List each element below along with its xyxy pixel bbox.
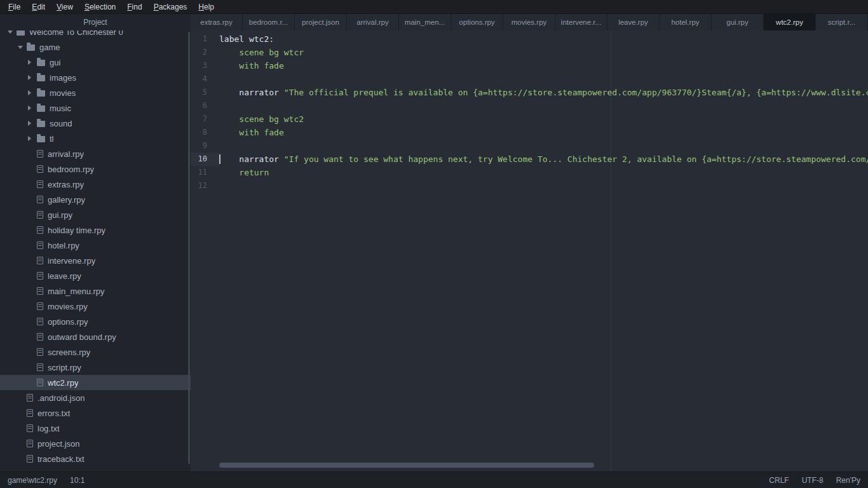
tree-item-images[interactable]: images bbox=[0, 70, 191, 85]
file-tree: Welcome To Chichester 0gameguiimagesmovi… bbox=[0, 30, 191, 471]
tree-item-bedroom-rpy[interactable]: bedroom.rpy bbox=[0, 161, 191, 177]
menu-selection[interactable]: Selection bbox=[79, 1, 121, 13]
folder-icon bbox=[17, 30, 25, 36]
status-cursor-position[interactable]: 10:1 bbox=[70, 476, 85, 485]
tree-item-screens-rpy[interactable]: screens.rpy bbox=[0, 344, 191, 360]
status-encoding[interactable]: UTF-8 bbox=[802, 476, 824, 485]
tree-item-holiday-time-rpy[interactable]: holiday time.rpy bbox=[0, 222, 191, 238]
tree-item-arrival-rpy[interactable]: arrival.rpy bbox=[0, 146, 191, 161]
tab-wtc2-rpy[interactable]: wtc2.rpy bbox=[764, 14, 816, 30]
tab-leave-rpy[interactable]: leave.rpy bbox=[607, 14, 660, 30]
tree-item-label: Welcome To Chichester 0 bbox=[29, 30, 123, 37]
tree-item-label: holiday time.rpy bbox=[48, 226, 105, 235]
code-line-6[interactable]: 6 bbox=[191, 99, 868, 112]
menu-file[interactable]: File bbox=[3, 1, 26, 13]
tree-item-errors-txt[interactable]: errors.txt bbox=[0, 405, 191, 421]
tree-item-wtc2-rpy[interactable]: wtc2.rpy bbox=[0, 375, 191, 390]
tab-extras-rpy[interactable]: extras.rpy bbox=[191, 14, 243, 30]
sidebar-scrollbar[interactable] bbox=[188, 32, 190, 464]
tab-movies-rpy[interactable]: movies.rpy bbox=[503, 14, 555, 30]
status-line-ending[interactable]: CRLF bbox=[769, 476, 789, 485]
file-icon bbox=[27, 455, 33, 463]
tab-intervene-r[interactable]: intervene.r... bbox=[555, 14, 607, 30]
menu-edit[interactable]: Edit bbox=[26, 1, 51, 13]
code-line-3[interactable]: 3 with fade bbox=[191, 59, 868, 72]
tree-item-log-txt[interactable]: log.txt bbox=[0, 421, 191, 436]
code-line-5[interactable]: 5 narrator "The official prequel is avai… bbox=[191, 86, 868, 99]
tree-item-android-json[interactable]: .android.json bbox=[0, 390, 191, 405]
file-icon bbox=[27, 424, 33, 432]
tree-item-outward-bound-rpy[interactable]: outward bound.rpy bbox=[0, 329, 191, 344]
horizontal-scrollbar[interactable] bbox=[219, 463, 594, 468]
tree-item-project-json[interactable]: project.json bbox=[0, 436, 191, 451]
menu-packages[interactable]: Packages bbox=[148, 1, 193, 13]
code-line-10[interactable]: 10 narrator "If you want to see what hap… bbox=[191, 152, 868, 166]
file-icon bbox=[37, 287, 43, 295]
code-line-7[interactable]: 7 scene bg wtc2 bbox=[191, 112, 868, 126]
code-line-1[interactable]: 1label wtc2: bbox=[191, 32, 868, 46]
tree-item-traceback-txt[interactable]: traceback.txt bbox=[0, 451, 191, 466]
file-icon bbox=[37, 150, 43, 158]
tree-item-label: errors.txt bbox=[37, 409, 70, 418]
tree-item-gui-rpy[interactable]: gui.rpy bbox=[0, 207, 191, 222]
tree-item-hotel-rpy[interactable]: hotel.rpy bbox=[0, 238, 191, 253]
tree-item-label: game bbox=[39, 43, 60, 52]
code-segment bbox=[219, 61, 239, 71]
tree-item-gui[interactable]: gui bbox=[0, 55, 191, 70]
file-icon bbox=[27, 409, 33, 417]
file-icon bbox=[37, 257, 43, 264]
tab-options-rpy[interactable]: options.rpy bbox=[451, 14, 503, 30]
line-number: 2 bbox=[191, 46, 219, 59]
tree-item-game[interactable]: game bbox=[0, 39, 191, 55]
tree-item-music[interactable]: music bbox=[0, 100, 191, 116]
line-number: 1 bbox=[191, 32, 219, 46]
file-icon bbox=[27, 394, 33, 402]
tab-hotel-rpy[interactable]: hotel.rpy bbox=[660, 14, 712, 30]
tree-item-leave-rpy[interactable]: leave.rpy bbox=[0, 268, 191, 283]
menu-find[interactable]: Find bbox=[121, 1, 147, 13]
file-icon bbox=[37, 318, 43, 325]
code-line-9[interactable]: 9 bbox=[191, 139, 868, 152]
tree-item-movies[interactable]: movies bbox=[0, 85, 191, 100]
tree-item-script-rpy[interactable]: script.rpy bbox=[0, 360, 191, 375]
tab-label: main_men... bbox=[402, 18, 447, 26]
code-line-8[interactable]: 8 with fade bbox=[191, 126, 868, 139]
tab-project-json[interactable]: project.json bbox=[295, 14, 347, 30]
line-number: 9 bbox=[191, 139, 219, 152]
chevron-right-icon bbox=[28, 121, 37, 126]
file-icon bbox=[37, 272, 43, 280]
code-line-12[interactable]: 12 bbox=[191, 179, 868, 193]
tree-item-label: main_menu.rpy bbox=[48, 287, 105, 296]
tree-item-gallery-rpy[interactable]: gallery.rpy bbox=[0, 192, 191, 207]
status-grammar[interactable]: Ren'Py bbox=[836, 476, 860, 485]
main-area: Project Welcome To Chichester 0gameguiim… bbox=[0, 14, 868, 471]
tab-gui-rpy[interactable]: gui.rpy bbox=[712, 14, 764, 30]
code-text: with fade bbox=[219, 59, 284, 72]
tab-bedroom-r[interactable]: bedroom.r... bbox=[243, 14, 295, 30]
tree-item-welcome-to-chichester-0[interactable]: Welcome To Chichester 0 bbox=[0, 30, 191, 39]
text-cursor bbox=[219, 154, 220, 164]
tab-arrival-rpy[interactable]: arrival.rpy bbox=[347, 14, 399, 30]
menu-view[interactable]: View bbox=[51, 1, 79, 13]
tree-item-intervene-rpy[interactable]: intervene.rpy bbox=[0, 253, 191, 268]
tree-item-label: options.rpy bbox=[48, 317, 88, 327]
code-line-2[interactable]: 2 scene bg wtcr bbox=[191, 46, 868, 59]
tab-main-men[interactable]: main_men... bbox=[399, 14, 451, 30]
code-segment: with fade bbox=[239, 128, 283, 137]
tree-item-extras-rpy[interactable]: extras.rpy bbox=[0, 177, 191, 192]
editor[interactable]: 1label wtc2:2 scene bg wtcr3 with fade45… bbox=[191, 30, 868, 471]
tree-item-label: wtc2.rpy bbox=[48, 378, 78, 388]
tree-item-label: .android.json bbox=[37, 393, 85, 403]
tree-item-movies-rpy[interactable]: movies.rpy bbox=[0, 299, 191, 314]
tab-script-r[interactable]: script.r... bbox=[816, 14, 868, 30]
tree-item-options-rpy[interactable]: options.rpy bbox=[0, 314, 191, 329]
menu-help[interactable]: Help bbox=[193, 1, 220, 13]
code-line-4[interactable]: 4 bbox=[191, 72, 868, 86]
code-line-11[interactable]: 11 return bbox=[191, 166, 868, 179]
tree-item-main-menu-rpy[interactable]: main_menu.rpy bbox=[0, 283, 191, 299]
tree-item-tl[interactable]: tl bbox=[0, 131, 191, 146]
tree-item-sound[interactable]: sound bbox=[0, 116, 191, 131]
status-file-path[interactable]: game\wtc2.rpy bbox=[8, 476, 57, 485]
folder-icon bbox=[37, 75, 45, 81]
file-icon bbox=[37, 226, 43, 234]
